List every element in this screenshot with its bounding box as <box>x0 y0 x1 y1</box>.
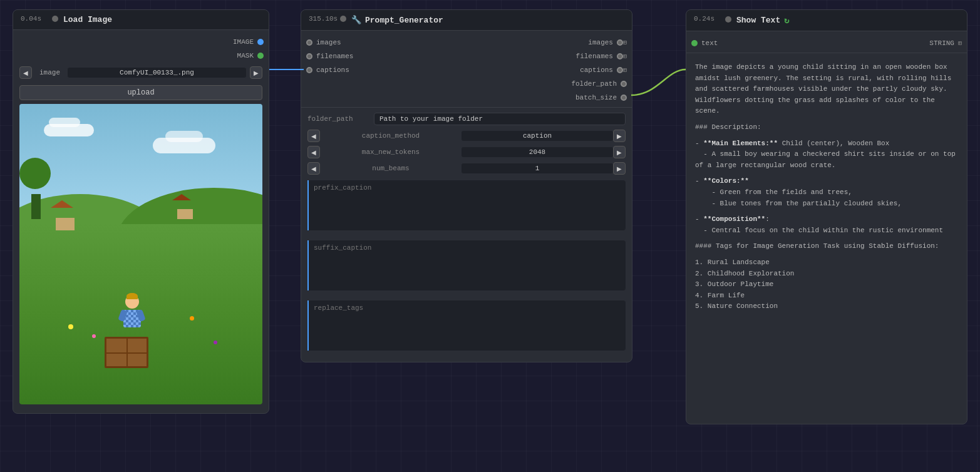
images-input-label: images <box>316 39 341 46</box>
text-input-section: text <box>686 36 827 50</box>
prompt-icon: 🔧 <box>351 15 361 25</box>
mask-output-dot <box>257 53 264 59</box>
mask-output-label: MASK <box>237 52 254 59</box>
batch-size-output-dot <box>621 95 627 101</box>
flower1 <box>68 324 73 329</box>
prompt-generator-body: images filenames captions images ⊞ <box>301 31 632 362</box>
caption-method-row: ◀ caption_method caption ▶ <box>301 128 632 144</box>
caption-method-label: caption_method <box>320 132 462 140</box>
filenames-output-dot <box>617 53 623 59</box>
num-beams-label: num_beams <box>320 165 462 172</box>
captions-input-row: captions <box>301 63 467 77</box>
folder-path-output-row: folder_path <box>567 77 632 91</box>
prefix-caption-textarea[interactable] <box>307 180 626 230</box>
image-prev-button[interactable]: ◀ <box>19 66 32 79</box>
prompt-title: 🔧 Prompt_Generator <box>351 15 443 25</box>
captions-input-dot <box>306 67 312 73</box>
refresh-icon[interactable]: ↻ <box>784 15 789 26</box>
load-image-timer: 0.04s <box>21 15 41 23</box>
num-beams-prev[interactable]: ◀ <box>307 162 320 175</box>
prompt-title-text: Prompt_Generator <box>365 16 443 25</box>
folder-path-input[interactable] <box>374 113 626 125</box>
connector-section: images filenames captions images ⊞ <box>301 36 632 105</box>
images-output-label: images <box>588 39 613 46</box>
text-input-row: text <box>686 36 827 50</box>
folder-path-output-label: folder_path <box>571 80 617 88</box>
replace-tags-textarea[interactable] <box>307 300 626 351</box>
load-image-status-dot <box>52 16 58 24</box>
text-para1: The image depicts a young child sitting … <box>695 62 958 117</box>
text-tags: 1. Rural Landscape 2. Childhood Explorat… <box>695 257 958 312</box>
num-beams-next[interactable]: ▶ <box>613 162 626 175</box>
text-para6: #### Tags for Image Generation Task usin… <box>695 241 958 252</box>
divider1 <box>301 107 632 108</box>
child-head <box>125 295 139 309</box>
captions-grid-icon: ⊞ <box>623 66 627 74</box>
upload-button[interactable]: upload <box>19 85 262 100</box>
prompt-status-dot <box>340 16 346 22</box>
text-input-dot <box>691 40 698 46</box>
text-divider <box>686 53 967 53</box>
mask-output-row: MASK <box>13 49 269 63</box>
farmhouse2-wall <box>177 209 193 219</box>
image-preview <box>19 104 262 404</box>
string-grid-icon: ⊞ <box>958 39 962 47</box>
image-next-button[interactable]: ▶ <box>250 66 262 79</box>
filenames-output-row: filenames ⊞ <box>572 49 632 63</box>
text-input-label: text <box>701 39 718 47</box>
image-output-dot <box>257 39 264 45</box>
load-image-node: 0.04s Load Image IMAGE MASK ◀ image Comf… <box>13 9 269 414</box>
caption-method-prev[interactable]: ◀ <box>307 130 320 142</box>
image-output-row: IMAGE <box>13 35 269 49</box>
captions-input-label: captions <box>316 66 349 74</box>
child-hair <box>126 293 138 299</box>
images-output-dot <box>617 39 623 46</box>
show-text-header: 0.24s Show Text ↻ <box>686 10 967 31</box>
images-input-row: images <box>301 36 467 49</box>
tree-trunk1 <box>31 194 41 219</box>
show-text-connectors: text STRING ⊞ <box>686 36 967 50</box>
max-tokens-prev[interactable]: ◀ <box>307 146 320 158</box>
filenames-grid-icon: ⊞ <box>623 53 627 60</box>
box-plank-v <box>126 339 128 366</box>
load-image-title: Load Image <box>63 15 112 24</box>
text-para5: - **Composition**: - Central focus on th… <box>695 214 958 236</box>
image-controls: ◀ image ComfyUI_00133_.png ▶ <box>13 63 269 83</box>
filenames-input-dot <box>306 53 312 59</box>
farmhouse2-roof <box>172 194 191 200</box>
string-output-label: STRING <box>929 39 954 47</box>
image-output-label: IMAGE <box>233 38 254 46</box>
input-connectors: images filenames captions <box>301 36 467 105</box>
cloud2 <box>49 118 80 127</box>
prompt-generator-header: 315.10s 🔧 Prompt_Generator <box>301 10 632 31</box>
images-input-dot <box>306 39 312 46</box>
show-text-status <box>725 16 731 25</box>
max-tokens-row: ◀ max_new_tokens 2048 ▶ <box>301 144 632 160</box>
suffix-caption-textarea[interactable] <box>307 240 626 290</box>
image-filename: ComfyUI_00133_.png <box>68 68 246 78</box>
load-image-body: IMAGE MASK ◀ image ComfyUI_00133_.png ▶ … <box>13 30 269 413</box>
text-output-content: The image depicts a young child sitting … <box>686 56 967 419</box>
images-grid-icon: ⊞ <box>623 39 627 46</box>
show-text-title: Show Text ↻ <box>736 15 790 26</box>
text-para3: - **Main Elements:** Child (center), Woo… <box>695 138 958 172</box>
filenames-input-row: filenames <box>301 49 467 63</box>
folder-path-field-label: folder_path <box>307 115 370 123</box>
max-tokens-next[interactable]: ▶ <box>613 146 626 158</box>
text-para2: ### Description: <box>695 122 958 133</box>
text-para4: - **Colors:** - Green from the fields an… <box>695 176 958 209</box>
flower3 <box>190 316 194 321</box>
max-tokens-value: 2048 <box>462 147 613 157</box>
caption-method-value: caption <box>462 131 613 141</box>
farmhouse-wall <box>56 218 75 230</box>
caption-method-next[interactable]: ▶ <box>613 130 626 142</box>
show-text-title-text: Show Text <box>736 16 780 25</box>
folder-path-output-dot <box>621 81 627 87</box>
show-text-timer: 0.24s <box>694 15 714 23</box>
batch-size-output-label: batch_size <box>575 94 617 101</box>
string-output-section: STRING ⊞ <box>827 36 967 50</box>
child-figure <box>121 295 143 329</box>
string-output-row: STRING ⊞ <box>926 36 967 50</box>
image-label: image <box>39 69 60 76</box>
wood-box <box>105 337 148 368</box>
